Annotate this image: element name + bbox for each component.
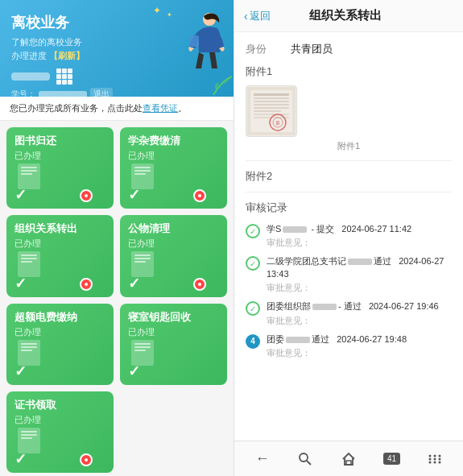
red-dot: [80, 453, 93, 466]
student-id-bar: [39, 91, 87, 97]
home-icon: [341, 452, 356, 466]
svg-point-48: [439, 454, 441, 457]
plant-decoration: [209, 72, 234, 97]
svg-point-50: [434, 457, 436, 460]
search-icon: [298, 452, 312, 466]
qr-icon: [56, 68, 72, 85]
avatar-bar: [11, 72, 50, 81]
person-figure: [165, 8, 225, 79]
svg-rect-15: [134, 255, 151, 256]
red-dot: [80, 189, 93, 202]
svg-rect-27: [21, 431, 37, 433]
left-panel: ✦ ✦ 离校业务 了解您的离校业务 办理进度 【刷新】 学号： 退出: [0, 0, 234, 476]
svg-rect-24: [134, 346, 151, 348]
divider1: [246, 160, 452, 161]
svg-rect-19: [21, 343, 37, 345]
svg-rect-33: [254, 97, 289, 99]
svg-rect-28: [21, 434, 37, 436]
svg-rect-3: [21, 167, 37, 168]
student-row: 学号： 退出: [11, 88, 222, 97]
home-nav-button[interactable]: [334, 445, 363, 474]
services-grid: 图书归还 已办理 ✓ 学杂费缴清 已办理 ✓: [0, 121, 234, 476]
svg-rect-45: [346, 461, 351, 465]
check-mark: ✓: [14, 362, 27, 380]
search-nav-button[interactable]: [291, 445, 320, 474]
svg-rect-23: [134, 343, 151, 345]
attachment2-label: 附件2: [246, 169, 452, 184]
red-dot: [193, 189, 206, 202]
identity-row: 身份 共青团员: [246, 42, 452, 56]
svg-rect-7: [134, 167, 151, 168]
service-item-6[interactable]: 证书领取 已办理 ✓: [6, 391, 114, 473]
audit-section-title: 审核记录: [246, 201, 452, 215]
divider2: [246, 192, 452, 192]
audit-check-icon-0: ✓: [246, 224, 260, 238]
back-nav-button[interactable]: ←: [248, 445, 277, 474]
right-page-title: 组织关系转出: [271, 8, 421, 23]
audit-item-0: ✓ 学S - 提交 2024-06-27 11:42 审批意见：: [246, 223, 452, 249]
svg-point-49: [429, 457, 432, 460]
svg-rect-20: [21, 346, 37, 348]
svg-point-53: [434, 461, 436, 463]
audit-item-2: ✓ 团委组织部- 通过 2024-06-27 19:46 审批意见：: [246, 300, 452, 326]
back-button[interactable]: ‹ 返回: [244, 9, 271, 23]
svg-rect-17: [134, 261, 146, 263]
attachment1-item-label: 附件1: [246, 140, 452, 152]
attachment1-box[interactable]: 章: [246, 85, 297, 137]
refresh-label[interactable]: 【刷新】: [49, 51, 85, 60]
check-mark: ✓: [128, 362, 140, 380]
audit-item-1: ✓ 二级学院团总支书记通过 2024-06-27 13:43 审批意见：: [246, 255, 452, 294]
service-item-3[interactable]: 公物清理 已办理 ✓: [120, 215, 227, 296]
left-header: ✦ ✦ 离校业务 了解您的离校业务 办理进度 【刷新】 学号： 退出: [0, 0, 234, 97]
svg-rect-12: [21, 258, 37, 259]
check-mark: ✓: [128, 275, 140, 292]
svg-rect-8: [134, 170, 151, 172]
audit-body-1: 二级学院团总支书记通过 2024-06-27 13:43 审批意见：: [267, 255, 452, 294]
svg-rect-9: [134, 173, 146, 175]
svg-rect-13: [21, 261, 32, 263]
masked-text: [312, 304, 337, 310]
check-mark: ✓: [14, 450, 27, 468]
audit-num-icon-3: 4: [246, 334, 260, 349]
service-item-0[interactable]: 图书归还 已办理 ✓: [6, 127, 114, 209]
right-content: 身份 共青团员 附件1 章 附件1: [234, 32, 463, 441]
back-chevron-icon: ‹: [244, 10, 248, 23]
svg-rect-11: [21, 255, 37, 256]
svg-rect-35: [254, 104, 289, 106]
svg-rect-21: [21, 350, 32, 351]
service-item-2[interactable]: 组织关系转出 已办理 ✓: [6, 215, 114, 296]
star-decoration: ✦: [153, 5, 161, 16]
svg-rect-1: [189, 35, 199, 47]
svg-point-46: [429, 454, 432, 457]
masked-text: [286, 337, 310, 343]
audit-item-3: 4 团委通过 2024-06-27 19:48 审批意见：: [246, 333, 452, 359]
svg-point-47: [434, 454, 436, 457]
service-item-1[interactable]: 学杂费缴清 已办理 ✓: [120, 127, 227, 209]
menu-nav-button[interactable]: [420, 445, 449, 474]
service-item-4[interactable]: 超额电费缴纳 已办理 ✓: [6, 304, 114, 385]
svg-rect-36: [254, 107, 289, 109]
svg-point-52: [429, 461, 432, 463]
right-panel: ‹ 返回 组织关系转出 身份 共青团员 附件1: [234, 0, 463, 476]
logout-button[interactable]: 退出: [90, 88, 113, 97]
svg-line-44: [307, 461, 311, 465]
bottom-nav: ← 41: [234, 441, 463, 476]
masked-text: [348, 259, 372, 265]
red-dot: [193, 278, 206, 291]
audit-body-2: 团委组织部- 通过 2024-06-27 19:46 审批意见：: [267, 300, 452, 326]
svg-rect-29: [21, 437, 32, 439]
audit-body-0: 学S - 提交 2024-06-27 11:42 审批意见：: [267, 223, 452, 249]
red-dot: [80, 278, 93, 291]
notice-bar: 您已办理完成所有业务，点击此处查看凭证。: [0, 97, 234, 121]
audit-check-icon-2: ✓: [246, 301, 260, 316]
svg-rect-16: [134, 258, 151, 259]
pages-nav-button[interactable]: 41: [378, 445, 407, 474]
view-certificate-link[interactable]: 查看凭证: [143, 103, 178, 113]
svg-rect-25: [134, 350, 146, 351]
check-mark: ✓: [128, 186, 140, 204]
audit-check-icon-1: ✓: [246, 256, 260, 271]
svg-point-54: [439, 461, 441, 463]
service-item-5[interactable]: 寝室钥匙回收 已办理 ✓: [120, 304, 227, 385]
menu-dots-icon: [428, 452, 442, 466]
svg-rect-5: [21, 173, 32, 175]
